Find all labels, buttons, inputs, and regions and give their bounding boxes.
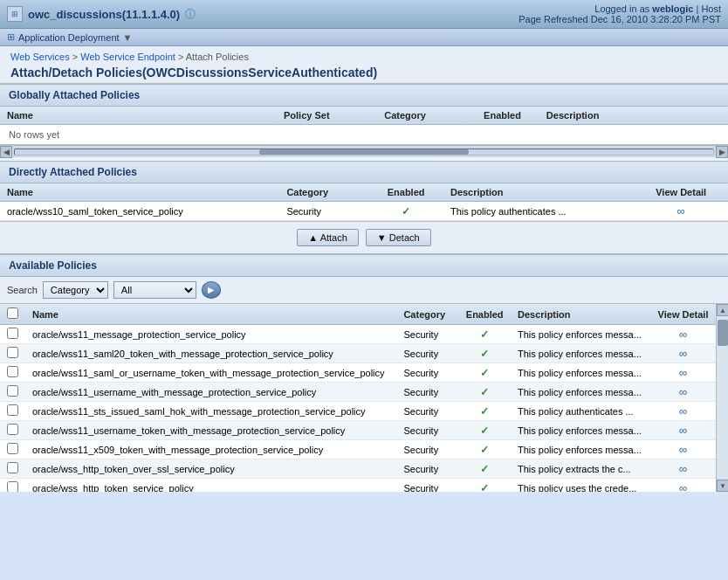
ap-row-category: Security [396, 402, 458, 421]
view-detail-icon[interactable]: ∞ [679, 481, 687, 492]
da-row-category: Security [279, 202, 368, 221]
ap-row-description: This policy enforces messa... [511, 383, 650, 402]
breadcrumb: Web Services > Web Service Endpoint > At… [10, 52, 718, 62]
view-detail-icon[interactable]: ∞ [679, 424, 687, 437]
breadcrumb-section: Web Services > Web Service Endpoint > At… [0, 46, 728, 84]
detach-button[interactable]: ▼ Detach [366, 229, 431, 246]
available-policy-row[interactable]: oracle/wss11_x509_token_with_message_pro… [0, 440, 716, 459]
attach-button[interactable]: ▲ Attach [297, 229, 359, 246]
check-icon: ✓ [480, 328, 489, 341]
breadcrumb-web-service-endpoint[interactable]: Web Service Endpoint [80, 52, 175, 62]
col-name-header: Name [0, 107, 277, 125]
view-detail-icon[interactable]: ∞ [679, 385, 687, 398]
col-policyset-header: Policy Set [277, 107, 377, 125]
ap-row-checkbox[interactable] [0, 459, 25, 479]
ap-row-view[interactable]: ∞ [650, 325, 716, 344]
vscroll-up-btn[interactable]: ▲ [717, 304, 728, 316]
check-icon: ✓ [402, 205, 410, 218]
view-detail-icon[interactable]: ∞ [679, 462, 687, 475]
row-checkbox[interactable] [7, 481, 18, 492]
ap-col-checkbox-header[interactable] [0, 304, 25, 325]
dropdown-icon[interactable]: ▼ [123, 32, 133, 43]
scroll-right-btn[interactable]: ▶ [716, 146, 728, 158]
info-icon[interactable]: ⓘ [185, 7, 196, 22]
ap-row-checkbox[interactable] [0, 383, 25, 402]
search-category-select[interactable]: Category Name [43, 281, 108, 299]
select-all-checkbox[interactable] [7, 307, 18, 319]
app-title-link[interactable]: owc_discussions(11.1.1.4.0) [28, 8, 180, 21]
directly-attached-table: Name Category Enabled Description View D… [0, 183, 728, 221]
row-checkbox[interactable] [7, 404, 18, 416]
scroll-left-btn[interactable]: ◀ [0, 146, 12, 158]
ap-col-view-header: View Detail [650, 304, 716, 325]
view-detail-icon[interactable]: ∞ [679, 404, 687, 418]
ap-row-checkbox[interactable] [0, 421, 25, 440]
ap-row-checkbox[interactable] [0, 325, 25, 344]
ap-row-enabled: ✓ [458, 402, 511, 421]
global-scrollbar[interactable]: ◀ ▶ [0, 145, 728, 157]
app-deploy-label[interactable]: Application Deployment [18, 32, 120, 43]
ap-row-description: This policy extracts the c... [511, 459, 650, 479]
vscroll-track[interactable] [717, 316, 728, 480]
ap-row-checkbox[interactable] [0, 363, 25, 383]
da-col-view-header: View Detail [634, 183, 728, 202]
row-checkbox[interactable] [7, 424, 18, 435]
ap-row-category: Security [396, 479, 458, 493]
view-detail-icon[interactable]: ∞ [679, 347, 687, 360]
ap-row-checkbox[interactable] [0, 479, 25, 493]
vscroll-down-btn[interactable]: ▼ [717, 480, 728, 492]
available-policy-row[interactable]: oracle/wss11_message_protection_service_… [0, 325, 716, 344]
ap-row-view[interactable]: ∞ [650, 383, 716, 402]
row-checkbox[interactable] [7, 462, 18, 473]
ap-row-view[interactable]: ∞ [650, 421, 716, 440]
ap-col-name-header[interactable]: Name [25, 304, 396, 325]
view-detail-icon[interactable]: ∞ [679, 366, 687, 379]
username: weblogic [652, 3, 693, 14]
row-checkbox[interactable] [7, 347, 18, 358]
ap-col-cat-header[interactable]: Category [396, 304, 458, 325]
ap-row-enabled: ✓ [458, 383, 511, 402]
ap-row-view[interactable]: ∞ [650, 440, 716, 459]
available-policy-row[interactable]: oracle/wss11_username_with_message_prote… [0, 383, 716, 402]
available-policy-row[interactable]: oracle/wss11_username_token_with_message… [0, 421, 716, 440]
ap-row-view[interactable]: ∞ [650, 402, 716, 421]
view-detail-icon[interactable]: ∞ [677, 204, 685, 218]
ap-row-view[interactable]: ∞ [650, 459, 716, 479]
app-deploy-icon: ⊞ [7, 31, 15, 43]
row-checkbox[interactable] [7, 385, 18, 397]
row-checkbox[interactable] [7, 328, 18, 339]
vertical-scrollbar[interactable]: ▲ ▼ [716, 304, 728, 492]
available-policy-row[interactable]: oracle/wss_http_token_over_ssl_service_p… [0, 459, 716, 479]
view-detail-icon[interactable]: ∞ [679, 443, 687, 456]
row-checkbox[interactable] [7, 443, 18, 454]
host-label: Host [701, 3, 721, 14]
ap-row-view[interactable]: ∞ [650, 363, 716, 383]
da-col-name-header: Name [0, 183, 279, 202]
available-policy-row[interactable]: oracle/wss11_saml_or_username_token_with… [0, 363, 716, 383]
available-policy-row[interactable]: oracle/wss_http_token_service_policy Sec… [0, 479, 716, 493]
view-detail-icon[interactable]: ∞ [679, 328, 687, 341]
available-policy-row[interactable]: oracle/wss11_sts_issued_saml_hok_with_me… [0, 402, 716, 421]
directly-attached-table-wrapper: Name Category Enabled Description View D… [0, 183, 728, 222]
da-row-view[interactable]: ∞ [634, 202, 728, 221]
check-icon: ✓ [480, 386, 489, 398]
app-header: ⊞ owc_discussions(11.1.1.4.0) ⓘ Logged i… [0, 0, 728, 29]
search-go-button[interactable]: ▶ [202, 281, 221, 299]
directly-attached-row[interactable]: oracle/wss10_saml_token_service_policy S… [0, 202, 728, 221]
row-checkbox[interactable] [7, 366, 18, 377]
directly-attached-section-header: Directly Attached Policies [0, 161, 728, 183]
da-col-cat-header: Category [279, 183, 368, 202]
ap-row-checkbox[interactable] [0, 440, 25, 459]
check-icon: ✓ [480, 405, 489, 418]
ap-row-view[interactable]: ∞ [650, 479, 716, 493]
breadcrumb-web-services[interactable]: Web Services [10, 52, 70, 62]
header-right: Logged in as weblogic | Host Page Refres… [519, 3, 721, 24]
scroll-track[interactable] [14, 148, 714, 155]
available-policy-row[interactable]: oracle/wss11_saml20_token_with_message_p… [0, 344, 716, 363]
ap-row-view[interactable]: ∞ [650, 344, 716, 363]
ap-row-checkbox[interactable] [0, 402, 25, 421]
ap-row-name: oracle/wss11_saml20_token_with_message_p… [25, 344, 396, 363]
ap-row-checkbox[interactable] [0, 344, 25, 363]
col-enabled-header: Enabled [465, 107, 539, 125]
search-all-select[interactable]: All Security Management [113, 281, 196, 299]
